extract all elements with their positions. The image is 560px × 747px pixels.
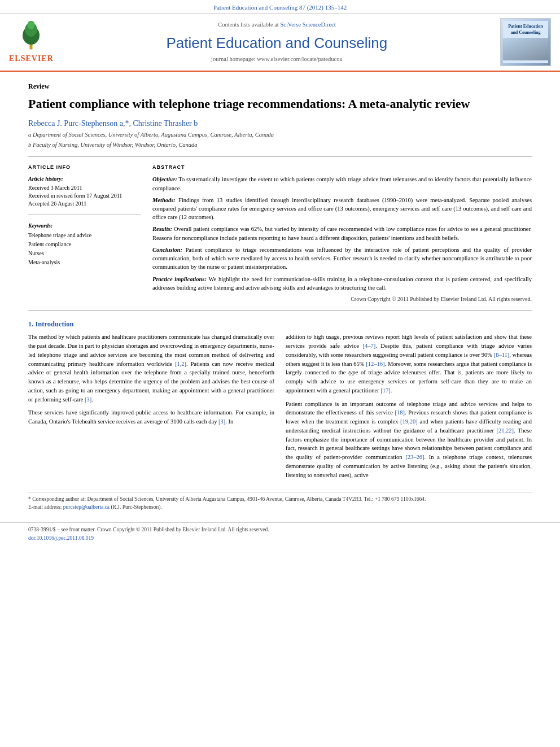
objective-label: Objective: bbox=[152, 176, 177, 182]
ref-3: [3] bbox=[85, 396, 91, 403]
ref-18: [18] bbox=[395, 409, 405, 416]
doi-line[interactable]: doi:10.1016/j.pec.2011.08.019 bbox=[28, 535, 532, 542]
keyword-1: Telephone triage and advice bbox=[28, 231, 141, 240]
body-section: 1. Introduction The method by which pati… bbox=[28, 320, 532, 484]
keywords-list: Telephone triage and advice Patient comp… bbox=[28, 231, 141, 267]
header-middle: Contents lists available at SciVerse Sci… bbox=[59, 21, 495, 64]
body-columns: The method by which patients and healthc… bbox=[28, 333, 532, 484]
divider-body bbox=[28, 310, 532, 311]
abstract-conclusion: Conclusion: Patient compliance to triage… bbox=[152, 246, 532, 272]
email-link[interactable]: purcstep@ualberta.ca bbox=[63, 504, 110, 510]
affiliation-b: b Faculty of Nursing, University of Wind… bbox=[28, 141, 532, 150]
bottom-bar: 0738-3991/$ – see front matter. Crown Co… bbox=[0, 522, 560, 546]
body-p2-left: These services have significantly improv… bbox=[28, 408, 274, 426]
info-abstract-row: ARTICLE INFO Article history: Received 3… bbox=[28, 164, 532, 303]
email-footnote: E-mail address: purcstep@ualberta.ca (R.… bbox=[28, 504, 532, 511]
copyright-line: Crown Copyright © 2011 Published by Else… bbox=[152, 295, 532, 303]
ref-1-2: [1,2] bbox=[175, 361, 186, 367]
footnote-area: * Corresponding author at: Department of… bbox=[28, 492, 532, 511]
main-content: Review Patient compliance with telephone… bbox=[0, 72, 560, 517]
abstract-practice: Practice implications: We highlight the … bbox=[152, 275, 532, 292]
abstract-results: Results: Overall patient compliance was … bbox=[152, 225, 532, 242]
svg-point-3 bbox=[28, 21, 35, 29]
abstract-objective: Objective: To systematically investigate… bbox=[152, 175, 532, 192]
ref-12-16: [12–16] bbox=[366, 361, 384, 367]
keyword-2: Patient compliance bbox=[28, 240, 141, 249]
elsevier-logo: ELSEVIER bbox=[9, 21, 54, 64]
abstract-methods: Methods: Findings from 13 studies identi… bbox=[152, 196, 532, 222]
article-info: ARTICLE INFO Article history: Received 3… bbox=[28, 164, 141, 303]
ref-23-26: [23–26] bbox=[405, 454, 424, 460]
divider-info bbox=[28, 215, 141, 215]
intro-heading: 1. Introduction bbox=[28, 320, 532, 330]
conclusion-text: Patient compliance to triage recommendat… bbox=[152, 247, 532, 270]
affiliation-a: a Department of Social Sciences, Univers… bbox=[28, 131, 532, 139]
journal-title: Patient Education and Counseling bbox=[59, 33, 495, 53]
journal-header: ELSEVIER Contents lists available at Sci… bbox=[0, 14, 560, 72]
sciverse-link[interactable]: SciVerse ScienceDirect bbox=[280, 21, 335, 28]
ref-19-20: [19,20] bbox=[400, 418, 418, 425]
article-title: Patient compliance with telephone triage… bbox=[28, 96, 532, 112]
ref-8-11: [8–11] bbox=[494, 352, 510, 358]
journal-thumbnail: Patient Education and Counseling bbox=[500, 18, 551, 66]
ref-17: [17] bbox=[380, 387, 391, 394]
conclusion-label: Conclusion: bbox=[152, 247, 182, 253]
accepted-date: Accepted 26 August 2011 bbox=[28, 200, 141, 208]
article-type: Review bbox=[28, 82, 532, 91]
journal-citation: Patient Education and Counseling 87 (201… bbox=[213, 4, 347, 11]
abstract-title: ABSTRACT bbox=[152, 164, 532, 171]
revised-date: Received in revised form 17 August 2011 bbox=[28, 192, 141, 200]
body-p1-right: addition to high usage, previous reviews… bbox=[286, 333, 532, 395]
article-info-title: ARTICLE INFO bbox=[28, 164, 141, 171]
body-col-right: addition to high usage, previous reviews… bbox=[286, 333, 532, 484]
ref-4-7: [4–7] bbox=[362, 343, 375, 349]
history-label: Article history: bbox=[28, 175, 141, 183]
body-p2-right: Patient compliance is an important outco… bbox=[286, 400, 532, 480]
top-bar: Patient Education and Counseling 87 (201… bbox=[0, 0, 560, 14]
keyword-4: Meta-analysis bbox=[28, 258, 141, 267]
issn-line: 0738-3991/$ – see front matter. Crown Co… bbox=[28, 526, 532, 534]
authors: Rebecca J. Purc-Stephenson a,*, Christin… bbox=[28, 118, 532, 129]
keywords-label: Keywords: bbox=[28, 222, 141, 230]
received-date: Received 3 March 2011 bbox=[28, 184, 141, 192]
ref-3b: [3] bbox=[218, 418, 225, 425]
methods-text: Findings from 13 studies identified thro… bbox=[152, 197, 532, 220]
corresponding-footnote: * Corresponding author at: Department of… bbox=[28, 496, 532, 503]
body-col-left: The method by which patients and healthc… bbox=[28, 333, 274, 484]
journal-homepage: journal homepage: www.elsevier.com/locat… bbox=[59, 55, 495, 64]
divider-after-affiliations bbox=[28, 156, 532, 157]
body-p1-left: The method by which patients and healthc… bbox=[28, 333, 274, 404]
ref-21-22: [21,22] bbox=[496, 427, 514, 434]
methods-label: Methods: bbox=[152, 197, 176, 203]
practice-label: Practice implications: bbox=[152, 276, 207, 282]
elsevier-text: ELSEVIER bbox=[9, 53, 54, 64]
contents-line: Contents lists available at SciVerse Sci… bbox=[59, 21, 495, 29]
objective-text: To systematically investigate the extent… bbox=[152, 176, 532, 191]
results-text: Overall patient compliance was 62%, but … bbox=[152, 226, 532, 241]
keyword-3: Nurses bbox=[28, 249, 141, 258]
abstract-section: ABSTRACT Objective: To systematically in… bbox=[152, 164, 532, 303]
practice-text: We highlight the need for communication-… bbox=[152, 276, 532, 291]
results-label: Results: bbox=[152, 226, 172, 232]
